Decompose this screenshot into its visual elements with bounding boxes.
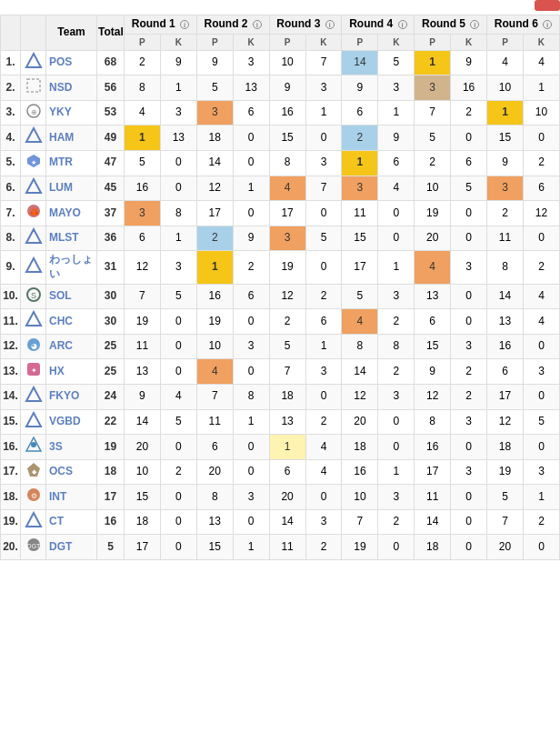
svg-rect-1	[27, 79, 40, 92]
table-row: 8.MLST36612935150200110	[1, 226, 560, 251]
r4p-cell: 18	[342, 435, 378, 460]
r2p-cell: 8	[196, 485, 233, 510]
r4k-cell: 9	[378, 126, 415, 151]
rank-cell: 18.	[1, 485, 21, 510]
r3k-cell: 2	[305, 409, 342, 435]
r3p-cell: 20	[269, 485, 305, 510]
rank-cell: 1.	[1, 50, 21, 75]
team-name-cell: YKY	[46, 100, 97, 126]
r6p-cell: 5	[487, 485, 524, 510]
r2k-cell: 0	[233, 126, 269, 151]
r1p-cell: 10	[125, 459, 161, 485]
r4k-cell: 2	[378, 509, 415, 535]
svg-text:★: ★	[31, 159, 36, 166]
team-icon-cell: ⊕	[21, 100, 46, 126]
team-icon-cell: S	[21, 284, 46, 309]
r6p-cell: 1	[487, 100, 524, 126]
rank-cell: 12.	[1, 334, 21, 359]
r6k-cell: 12	[523, 201, 559, 226]
r5k-cell: 0	[451, 509, 487, 535]
team-icon-cell	[21, 251, 46, 284]
r3k-cell: 0	[305, 126, 342, 151]
r3-k-subheader: K	[305, 34, 342, 50]
total-cell: 56	[97, 75, 125, 101]
team-icon-cell	[21, 435, 46, 460]
r6k-cell: 0	[523, 384, 559, 409]
total-header: Total	[97, 15, 125, 51]
r5k-cell: 3	[451, 251, 487, 284]
svg-text:⚙: ⚙	[30, 492, 36, 500]
r6p-cell: 15	[487, 126, 524, 151]
team-name-cell: NSD	[46, 75, 97, 101]
r2p-cell: 12	[196, 176, 233, 201]
r1k-cell: 0	[160, 309, 196, 335]
team-icon-cell: ◕	[21, 334, 46, 359]
r3p-cell: 10	[269, 50, 305, 75]
points-button[interactable]	[535, 0, 560, 11]
r6k-cell: 3	[523, 359, 559, 385]
round6-info-icon: i	[543, 20, 552, 29]
r3k-cell: 0	[305, 251, 342, 284]
r1p-cell: 14	[125, 409, 161, 435]
rank-cell: 14.	[1, 384, 21, 409]
r5p-cell: 4	[415, 251, 451, 284]
r2p-cell: 3	[196, 100, 233, 126]
svg-text:🦀: 🦀	[28, 206, 39, 217]
r1-k-subheader: K	[160, 34, 196, 50]
r3k-cell: 4	[305, 459, 342, 485]
r6k-cell: 4	[523, 284, 559, 309]
team-icon-cell: ✦	[21, 359, 46, 385]
table-row: 1.POS6829931071451944	[1, 50, 560, 75]
r4p-cell: 7	[342, 509, 378, 535]
r4p-cell: 2	[342, 126, 378, 151]
r3k-cell: 0	[305, 384, 342, 409]
r6p-cell: 10	[487, 75, 524, 101]
team-icon-cell	[21, 409, 46, 435]
r5p-cell: 6	[415, 309, 451, 335]
r2p-cell: 10	[196, 334, 233, 359]
team-name-cell: OCS	[46, 459, 97, 485]
r3k-cell: 3	[305, 150, 342, 176]
team-header: Team	[46, 15, 97, 51]
r1p-cell: 4	[125, 100, 161, 126]
r3p-cell: 6	[269, 459, 305, 485]
r6p-cell: 7	[487, 509, 524, 535]
r5k-cell: 0	[451, 535, 487, 560]
r6p-cell: 11	[487, 226, 524, 251]
r5k-cell: 0	[451, 201, 487, 226]
r5k-cell: 16	[451, 75, 487, 101]
r4k-cell: 3	[378, 75, 415, 101]
r2k-cell: 0	[233, 459, 269, 485]
round5-info-icon: i	[470, 20, 479, 29]
svg-text:✦: ✦	[30, 366, 36, 375]
svg-marker-27	[26, 513, 41, 527]
team-name-cell: ARC	[46, 334, 97, 359]
r3k-cell: 2	[305, 284, 342, 309]
r3k-cell: 2	[305, 535, 342, 560]
r1k-cell: 4	[160, 384, 196, 409]
r2k-cell: 13	[233, 75, 269, 101]
round2-header: Round 2 i	[196, 15, 269, 35]
r3p-cell: 15	[269, 126, 305, 151]
r2k-cell: 1	[233, 535, 269, 560]
r6p-cell: 18	[487, 435, 524, 460]
r3k-cell: 5	[305, 226, 342, 251]
team-name-cell: FKYO	[46, 384, 97, 409]
team-icon-cell	[21, 126, 46, 151]
r1k-cell: 5	[160, 409, 196, 435]
r4-k-subheader: K	[378, 34, 415, 50]
r4p-cell: 16	[342, 459, 378, 485]
r6k-cell: 0	[523, 535, 559, 560]
r6p-cell: 12	[487, 409, 524, 435]
r3k-cell: 3	[305, 359, 342, 385]
r6k-cell: 1	[523, 75, 559, 101]
table-row: 5.★MTR475014083162692	[1, 150, 560, 176]
r4k-cell: 0	[378, 226, 415, 251]
r6k-cell: 10	[523, 100, 559, 126]
svg-marker-10	[26, 229, 41, 243]
r2k-cell: 1	[233, 409, 269, 435]
r5k-cell: 0	[451, 485, 487, 510]
rank-cell: 11.	[1, 309, 21, 335]
r1p-cell: 19	[125, 309, 161, 335]
r1k-cell: 13	[160, 126, 196, 151]
